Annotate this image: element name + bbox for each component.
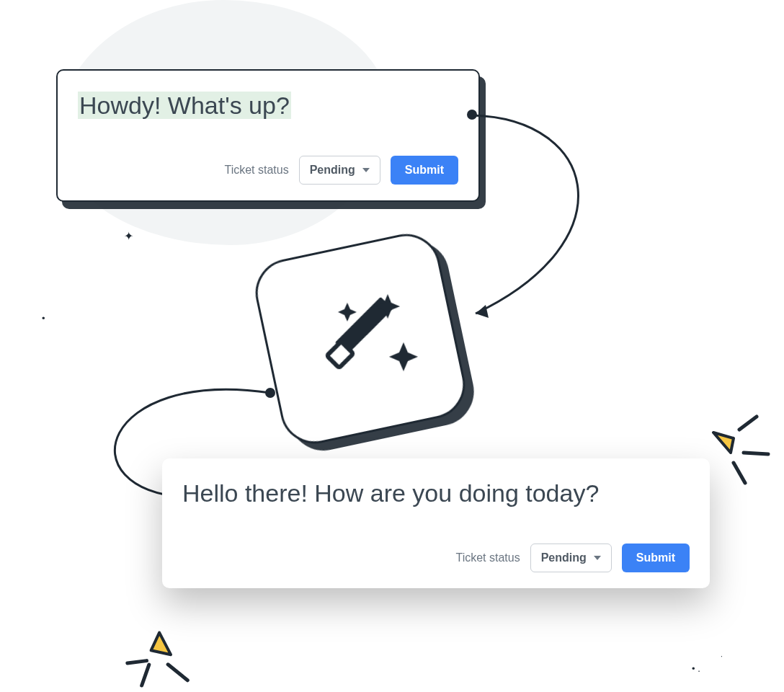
ticket-status-label: Ticket status [224, 164, 288, 177]
ticket-card-input: Howdy! What's up? Ticket status Pending … [56, 69, 480, 202]
svg-line-11 [734, 463, 745, 483]
submit-button[interactable]: Submit [391, 156, 458, 185]
magic-wand-tile [249, 228, 471, 450]
connector-dot [467, 110, 477, 120]
svg-line-7 [142, 664, 149, 686]
decorative-speck: ✦ [124, 229, 133, 243]
ticket-card-output: Hello there! How are you doing today? Ti… [162, 458, 710, 588]
dropdown-value: Pending [310, 164, 355, 177]
svg-marker-4 [151, 632, 174, 655]
svg-line-5 [128, 658, 147, 666]
svg-line-9 [739, 417, 757, 430]
ticket-text-input: Howdy! What's up? [78, 89, 458, 123]
chevron-down-icon [362, 168, 370, 172]
card-footer: Ticket status Pending Submit [182, 544, 690, 572]
svg-marker-8 [713, 432, 734, 453]
submit-button[interactable]: Submit [622, 544, 690, 572]
sparkle-burst-icon [117, 618, 213, 692]
connector-dot [265, 388, 275, 398]
card-footer: Ticket status Pending Submit [78, 156, 458, 185]
svg-line-6 [166, 665, 190, 680]
ticket-status-label: Ticket status [455, 551, 520, 564]
decorative-speck: • [42, 313, 45, 324]
ticket-text-output: Hello there! How are you doing today? [182, 477, 690, 510]
ticket-status-dropdown[interactable]: Pending [299, 156, 380, 185]
svg-line-10 [744, 453, 768, 454]
ticket-status-dropdown[interactable]: Pending [530, 544, 612, 572]
svg-marker-0 [476, 305, 489, 318]
chevron-down-icon [594, 556, 601, 560]
decorative-speck: · [721, 652, 723, 660]
magic-wand-icon [283, 262, 437, 415]
decorative-speck: • . [692, 663, 700, 674]
dropdown-value: Pending [541, 551, 587, 564]
